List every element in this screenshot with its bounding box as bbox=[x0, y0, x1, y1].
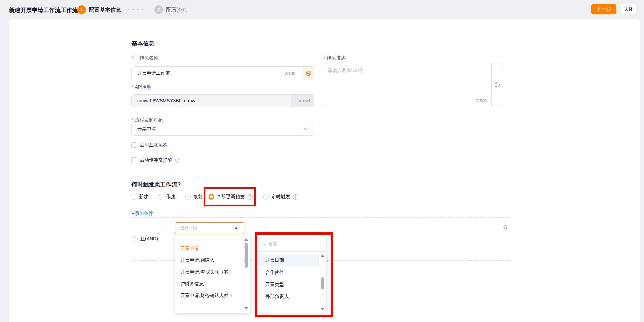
workflow-name-value: 开票申请工作流 bbox=[137, 70, 170, 76]
menu-item-lookup-relation-wrap[interactable]: 户财务信息） bbox=[180, 278, 245, 290]
step-1-label: 配置基本信息 bbox=[89, 7, 121, 14]
field-select-placeholder: 选择字段 bbox=[180, 225, 197, 231]
radio-icon[interactable] bbox=[158, 194, 163, 200]
post-action-checkbox-label: 后动作异常提醒 bbox=[140, 157, 173, 163]
step-1-indicator: 1 bbox=[77, 5, 86, 14]
radio-option-field-update[interactable]: 字段更新触发 ? bbox=[209, 194, 253, 200]
globe-icon bbox=[306, 70, 312, 76]
step-separator-dot bbox=[132, 9, 134, 10]
condition-logic-label: 且(AND) bbox=[140, 236, 158, 242]
next-step-button[interactable]: 下一步 bbox=[591, 4, 616, 14]
option-partner[interactable]: 合作伙伴 bbox=[265, 266, 321, 279]
api-name-suffix: _crmwf bbox=[291, 95, 314, 107]
menu-item-lookup-relation[interactable]: 开票申请.查找关联（客 bbox=[180, 266, 245, 278]
translate-globe-button[interactable] bbox=[303, 67, 314, 80]
checkbox-icon[interactable] bbox=[131, 142, 137, 148]
option-invoice-date[interactable]: 开票日期 bbox=[257, 254, 319, 266]
field-select-combobox[interactable]: 选择字段 bbox=[175, 222, 244, 234]
radio-label: 字段更新触发 bbox=[217, 194, 245, 200]
radio-icon[interactable] bbox=[263, 194, 269, 200]
step-separator-dot bbox=[128, 9, 129, 10]
scroll-down-icon[interactable] bbox=[321, 308, 324, 310]
search-input[interactable]: 搜索 bbox=[268, 241, 278, 247]
radio-option-scheduled[interactable]: 定时触发 ? bbox=[263, 194, 298, 200]
scroll-up-icon[interactable] bbox=[244, 238, 248, 241]
trigger-object-select[interactable]: 开票申请 bbox=[131, 122, 314, 136]
page-title: 新建开票申请工作流工作流 bbox=[9, 6, 78, 14]
menu-item-finance-confirmer[interactable]: 开票申请.财务确认人姓 bbox=[180, 290, 245, 301]
step-2-indicator: 2 bbox=[154, 5, 163, 14]
close-button[interactable]: 关闭 bbox=[621, 4, 636, 14]
checkbox-icon[interactable] bbox=[131, 157, 137, 163]
menu-item-creator[interactable]: 开票申请.创建人 bbox=[180, 255, 245, 266]
radio-icon[interactable] bbox=[131, 194, 136, 200]
radio-label: 作废 bbox=[166, 194, 176, 200]
help-icon[interactable]: ? bbox=[293, 194, 298, 200]
option-invoice-type[interactable]: 开票类型 bbox=[265, 279, 321, 291]
required-asterisk: * bbox=[131, 55, 133, 60]
radio-label: 新建 bbox=[139, 194, 148, 200]
radio-icon-selected[interactable] bbox=[209, 194, 214, 200]
step-2-label: 配置流程 bbox=[166, 7, 188, 14]
chevron-down-icon bbox=[304, 127, 308, 130]
radio-label: 定时触发 bbox=[271, 194, 290, 200]
help-icon[interactable]: ? bbox=[175, 158, 180, 163]
radio-option-invalidate[interactable]: 作废 bbox=[158, 194, 176, 200]
description-placeholder: 请输入最多500字 bbox=[328, 68, 364, 74]
workflow-name-counter: 7/100 bbox=[284, 71, 295, 76]
dashed-divider bbox=[131, 217, 509, 218]
radio-option-restore[interactable]: 恢复 bbox=[185, 194, 203, 200]
obscured-text-fragment: ) bbox=[327, 257, 328, 262]
scrollbar[interactable] bbox=[320, 252, 325, 312]
translate-globe-button[interactable] bbox=[491, 63, 503, 107]
delete-condition-icon[interactable] bbox=[502, 225, 508, 231]
step-1-number: 1 bbox=[80, 7, 83, 12]
scrollbar-thumb[interactable] bbox=[245, 243, 248, 268]
add-condition-link[interactable]: +添加条件 bbox=[131, 211, 153, 217]
search-divider bbox=[257, 251, 326, 252]
scroll-up-icon[interactable] bbox=[321, 254, 324, 257]
description-label: 工作流描述 bbox=[322, 55, 345, 61]
api-name-input: crmwfF8WSMSY8B0_crmwf _crmwf bbox=[131, 94, 314, 107]
interconnect-checkbox-label: 启用互联流程 bbox=[140, 142, 168, 148]
search-icon bbox=[261, 241, 266, 246]
required-asterisk: * bbox=[131, 84, 133, 90]
chevron-right-icon bbox=[229, 294, 232, 297]
workflow-name-input[interactable]: 开票申请工作流 7/100 bbox=[131, 66, 314, 80]
radio-label: 恢复 bbox=[193, 194, 203, 200]
triangle-up-icon bbox=[235, 227, 238, 229]
workflow-name-label: *工作流名称 bbox=[131, 55, 158, 61]
menu-item-invoice-request[interactable]: 开票申请 bbox=[180, 243, 245, 254]
field-options-panel: 搜索 开票日期 合作伙伴 开票类型 外部负责人 bbox=[257, 236, 326, 313]
help-icon[interactable]: ? bbox=[248, 194, 253, 200]
step-separator-dot bbox=[142, 9, 143, 10]
collapse-minus-icon[interactable] bbox=[132, 236, 138, 242]
option-external-owner[interactable]: 外部负责人 bbox=[265, 291, 321, 303]
interconnect-checkbox-row[interactable]: 启用互联流程 bbox=[131, 142, 168, 148]
chevron-right-icon bbox=[229, 271, 232, 274]
step-2-number: 2 bbox=[157, 7, 160, 12]
globe-icon bbox=[494, 82, 500, 88]
description-counter: 0/500 bbox=[476, 98, 487, 103]
trigger-object-value: 开票申请 bbox=[137, 126, 156, 132]
scroll-down-icon[interactable] bbox=[244, 307, 248, 309]
radio-option-create[interactable]: 新建 bbox=[131, 194, 148, 200]
post-action-checkbox-row[interactable]: 后动作异常提醒 ? bbox=[131, 157, 180, 163]
required-asterisk: * bbox=[131, 117, 133, 122]
trigger-section-heading: 何时触发此工作流? bbox=[131, 181, 181, 188]
api-name-value: crmwfF8WSMSY8B0_crmwf bbox=[137, 98, 197, 103]
condition-bracket-line bbox=[165, 227, 175, 245]
scrollbar-thumb[interactable] bbox=[321, 277, 324, 289]
api-name-label: *API名称 bbox=[131, 84, 152, 91]
step-separator-dot bbox=[137, 9, 139, 10]
radio-icon[interactable] bbox=[185, 194, 191, 200]
section-title-basic-info: 基本信息 bbox=[131, 40, 154, 47]
scrollbar[interactable] bbox=[244, 235, 248, 313]
field-menu-panel: 开票申请 开票申请.创建人 开票申请.查找关联（客 户财务信息） 开票申请.财务… bbox=[175, 235, 250, 313]
condition-logic-group[interactable]: 且(AND) bbox=[132, 236, 158, 242]
description-textarea[interactable]: 请输入最多500字 0/500 bbox=[323, 63, 503, 107]
